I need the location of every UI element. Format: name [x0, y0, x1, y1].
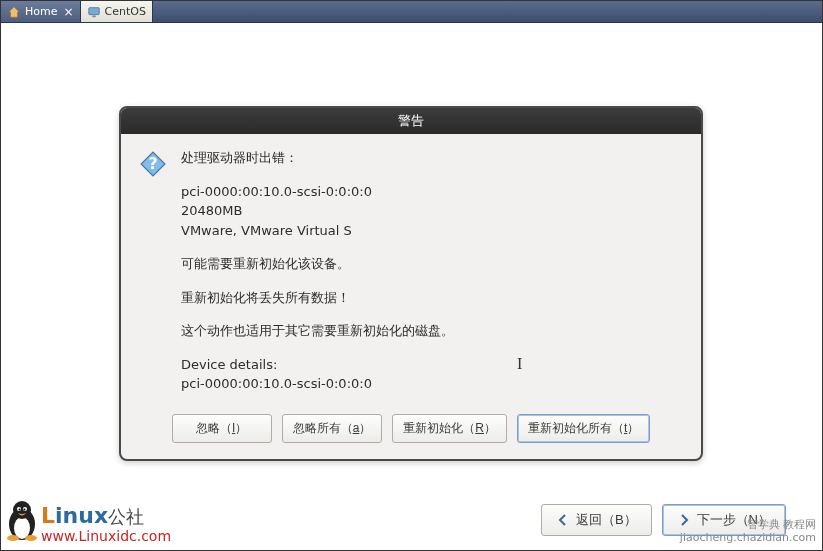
- svg-point-9: [24, 509, 26, 511]
- applies-others: 这个动作也适用于其它需要重新初始化的磁盘。: [181, 321, 454, 341]
- error-line: 处理驱动器时出错：: [181, 148, 454, 168]
- reinit-all-button[interactable]: 重新初始化所有（t）: [517, 414, 650, 443]
- tab-label: Home: [25, 5, 57, 18]
- question-icon: ?: [139, 150, 167, 178]
- close-icon[interactable]: ×: [63, 5, 73, 19]
- reinit-button[interactable]: 重新初始化（R）: [392, 414, 507, 443]
- svg-point-11: [25, 535, 37, 541]
- svg-point-10: [7, 535, 19, 541]
- tab-home[interactable]: Home ×: [1, 1, 81, 22]
- watermark-right: 智学典 教程网 jiaocheng.chazidian.com: [680, 518, 816, 544]
- svg-rect-1: [92, 15, 96, 17]
- dialog-message: 处理驱动器时出错： pci-0000:00:10.0-scsi-0:0:0:0 …: [181, 148, 454, 394]
- watermark-left: Linux公社 www.Linuxidc.com: [41, 504, 171, 544]
- monitor-icon: [87, 5, 101, 19]
- tux-icon: [3, 498, 41, 542]
- arrow-left-icon: [556, 513, 570, 527]
- svg-point-8: [19, 509, 21, 511]
- device-details: Device details: pci-0000:00:10.0-scsi-0:…: [181, 355, 454, 394]
- svg-text:?: ?: [148, 154, 157, 173]
- home-icon: [7, 5, 21, 19]
- data-loss-warning: 重新初始化将丢失所有数据！: [181, 288, 454, 308]
- back-button[interactable]: 返回（B）: [541, 504, 652, 536]
- svg-rect-0: [88, 7, 99, 14]
- svg-point-5: [13, 501, 31, 519]
- device-info: pci-0000:00:10.0-scsi-0:0:0:0 20480MB VM…: [181, 182, 454, 241]
- reinit-hint: 可能需要重新初始化该设备。: [181, 254, 454, 274]
- warning-dialog: 警告 ? 处理驱动器时出错： pci-0000:00:10.0-scsi-0:0…: [119, 106, 703, 461]
- tab-bar: Home × CentOS: [1, 1, 822, 23]
- tab-centos[interactable]: CentOS: [81, 1, 153, 22]
- tab-label: CentOS: [105, 5, 146, 18]
- text-cursor-icon: I: [517, 355, 522, 373]
- ignore-button[interactable]: 忽略（I）: [172, 414, 272, 443]
- dialog-button-row: 忽略（I） 忽略所有（a） 重新初始化（R） 重新初始化所有（t）: [139, 414, 683, 443]
- dialog-title: 警告: [121, 108, 701, 134]
- ignore-all-button[interactable]: 忽略所有（a）: [282, 414, 383, 443]
- content-area: 警告 ? 处理驱动器时出错： pci-0000:00:10.0-scsi-0:0…: [1, 23, 822, 550]
